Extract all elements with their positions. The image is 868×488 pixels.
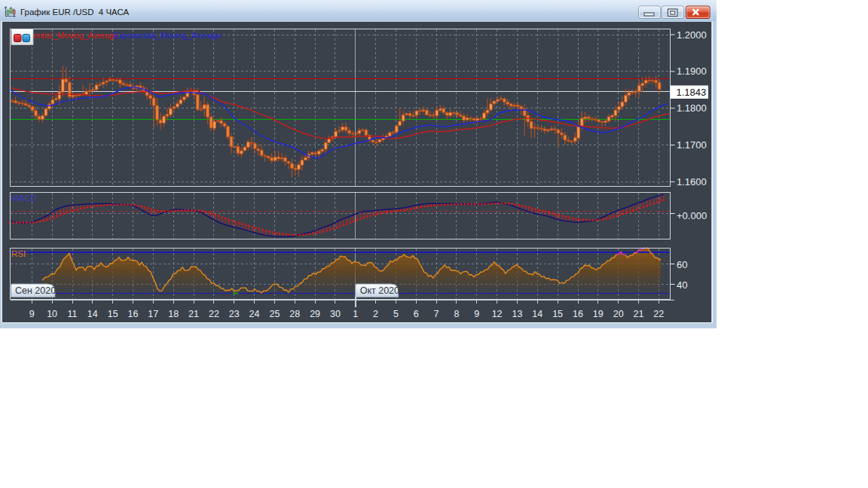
- svg-text:60: 60: [677, 259, 687, 270]
- svg-text:21: 21: [188, 309, 199, 319]
- svg-text:MACD: MACD: [11, 194, 37, 203]
- svg-text:19: 19: [593, 309, 604, 319]
- svg-text:1.1700: 1.1700: [677, 139, 707, 151]
- svg-text:22: 22: [653, 309, 664, 319]
- svg-text:Окт 2020: Окт 2020: [360, 285, 399, 296]
- svg-text:+0.000: +0.000: [677, 210, 707, 221]
- svg-text:20: 20: [613, 309, 624, 319]
- svg-text:1.1900: 1.1900: [677, 66, 707, 77]
- svg-text:1.1843: 1.1843: [677, 87, 707, 98]
- svg-text:40: 40: [677, 279, 687, 291]
- svg-text:24: 24: [249, 309, 260, 319]
- svg-text:7: 7: [434, 309, 439, 319]
- svg-text:2: 2: [373, 309, 378, 319]
- svg-text:15: 15: [108, 309, 118, 319]
- svg-text:График EUR /USD 4 ЧАСА: График EUR /USD 4 ЧАСА: [20, 8, 130, 17]
- svg-text:Сен 2020: Сен 2020: [15, 285, 56, 296]
- svg-text:16: 16: [573, 309, 583, 319]
- svg-text:6: 6: [414, 309, 419, 319]
- svg-text:17: 17: [148, 309, 158, 319]
- svg-text:25: 25: [269, 309, 280, 319]
- svg-text:28: 28: [289, 309, 300, 319]
- svg-text:30: 30: [330, 309, 341, 319]
- svg-text:9: 9: [29, 309, 35, 319]
- svg-text:15: 15: [552, 309, 563, 319]
- svg-text:23: 23: [229, 309, 240, 319]
- svg-text:29: 29: [310, 309, 320, 319]
- svg-text:16: 16: [128, 309, 139, 319]
- svg-text:14: 14: [532, 309, 542, 319]
- svg-text:22: 22: [209, 309, 219, 319]
- svg-text:1.1600: 1.1600: [677, 176, 707, 188]
- svg-text:12: 12: [492, 309, 503, 319]
- svg-text:5: 5: [393, 309, 399, 319]
- svg-text:21: 21: [634, 309, 644, 319]
- svg-text:14: 14: [87, 309, 98, 319]
- svg-text:11: 11: [68, 309, 78, 319]
- svg-text:1.2000: 1.2000: [677, 29, 707, 41]
- svg-text:8: 8: [454, 309, 459, 319]
- svg-text:1.1800: 1.1800: [677, 102, 707, 114]
- svg-text:9: 9: [474, 309, 479, 319]
- svg-text:10: 10: [47, 309, 57, 319]
- svg-text:18: 18: [168, 309, 179, 319]
- svg-text:13: 13: [512, 309, 523, 319]
- svg-text:Exponential_Moving_Average: Exponential_Moving_Average: [114, 31, 222, 40]
- svg-text:1: 1: [353, 309, 358, 319]
- svg-text:RSI: RSI: [11, 249, 26, 258]
